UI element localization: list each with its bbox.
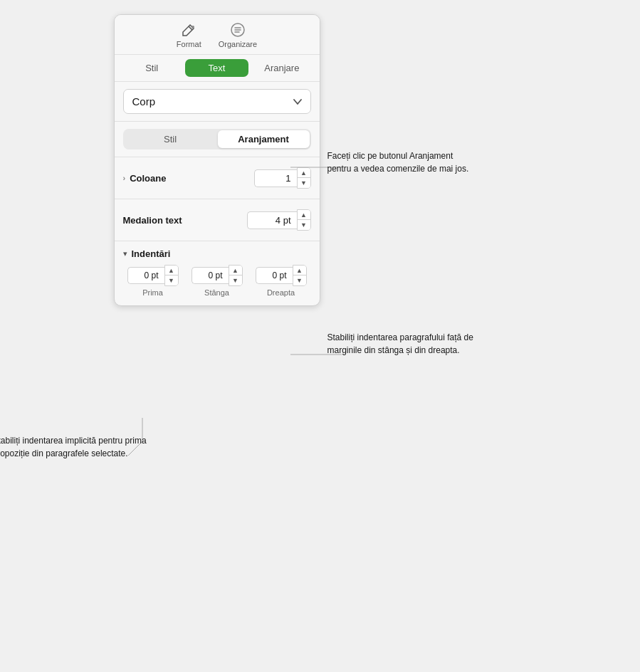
stanga-increment-btn[interactable]: ▲ <box>229 266 242 275</box>
style-dropdown[interactable]: Corp <box>123 89 311 114</box>
dreapta-stepper[interactable]: ▲ ▼ <box>256 265 307 286</box>
tab-stil[interactable]: Stil <box>120 59 184 77</box>
coloane-input[interactable] <box>254 169 297 187</box>
callout-indentare-right-text: Stabiliți indentarea paragrafului față d… <box>327 331 484 357</box>
style-dropdown-section: Corp <box>115 82 320 122</box>
medalion-stepper-buttons: ▲ ▼ <box>297 209 311 231</box>
format-label: Format <box>177 40 201 48</box>
medalion-stepper[interactable]: ▲ ▼ <box>247 209 311 231</box>
indent-dreapta-field: ▲ ▼ Dreapta <box>251 265 311 297</box>
dreapta-stepper-buttons: ▲ ▼ <box>293 265 307 286</box>
prima-stepper[interactable]: ▲ ▼ <box>127 265 179 286</box>
format-toolbar-item[interactable]: Format <box>177 22 201 48</box>
coloane-row: › Coloane ▲ ▼ <box>123 164 311 191</box>
medalion-row: Medalion text ▲ ▼ <box>123 206 311 233</box>
organizare-label: Organizare <box>219 40 257 48</box>
dreapta-increment-btn[interactable]: ▲ <box>293 266 306 275</box>
dreapta-label: Dreapta <box>267 288 295 297</box>
medalion-decrement-btn[interactable]: ▼ <box>298 220 310 230</box>
toolbar: Format Organizare <box>115 15 320 55</box>
coloane-stepper-buttons: ▲ ▼ <box>297 167 311 189</box>
coloane-decrement-btn[interactable]: ▼ <box>298 178 310 188</box>
tab-text[interactable]: Text <box>185 59 248 77</box>
prima-stepper-buttons: ▲ ▼ <box>164 265 179 286</box>
medalion-label: Medalion text <box>123 215 182 226</box>
sub-tab-aranjament[interactable]: Aranjament <box>218 130 310 148</box>
sub-tab-stil[interactable]: Stil <box>125 130 216 148</box>
indentari-inputs: ▲ ▼ Prima ▲ ▼ Stânga <box>123 265 311 297</box>
medalion-increment-btn[interactable]: ▲ <box>298 210 310 220</box>
indentari-chevron-icon: ▾ <box>123 249 127 258</box>
coloane-stepper[interactable]: ▲ ▼ <box>254 167 311 189</box>
indent-prima-field: ▲ ▼ Prima <box>123 265 183 297</box>
format-icon <box>181 22 196 38</box>
dreapta-input[interactable] <box>256 267 293 284</box>
prima-decrement-btn[interactable]: ▼ <box>165 275 178 285</box>
callout-indentare-bottom-text: Stabiliți indentarea implicită pentru pr… <box>0 434 164 460</box>
tab-aranjare[interactable]: Aranjare <box>250 59 313 77</box>
stanga-stepper[interactable]: ▲ ▼ <box>192 265 243 286</box>
coloane-section: › Coloane ▲ ▼ <box>115 157 320 199</box>
chevron-down-icon <box>293 99 302 105</box>
callout-indentare-right: Stabiliți indentarea paragrafului față d… <box>327 331 484 357</box>
sub-tab-section: Stil Aranjament <box>115 122 320 157</box>
indentari-section: ▾ Indentări ▲ ▼ Prima <box>115 241 320 305</box>
stanga-input[interactable] <box>192 267 229 284</box>
medalion-section: Medalion text ▲ ▼ <box>115 199 320 241</box>
stanga-decrement-btn[interactable]: ▼ <box>229 275 242 285</box>
prima-label: Prima <box>142 288 163 297</box>
coloane-increment-btn[interactable]: ▲ <box>298 168 310 178</box>
prima-increment-btn[interactable]: ▲ <box>165 266 178 275</box>
svg-point-1 <box>192 26 194 28</box>
callout-aranjament-text: Faceți clic pe butonul Aranjament pentru… <box>327 149 477 175</box>
dropdown-value: Corp <box>132 95 156 107</box>
stanga-stepper-buttons: ▲ ▼ <box>229 265 243 286</box>
organizare-toolbar-item[interactable]: Organizare <box>219 22 257 48</box>
dreapta-decrement-btn[interactable]: ▼ <box>293 275 306 285</box>
organizare-icon <box>230 22 246 38</box>
coloane-label: › Coloane <box>123 173 167 184</box>
indent-stanga-field: ▲ ▼ Stânga <box>187 265 247 297</box>
prima-input[interactable] <box>127 267 164 284</box>
sub-tab-bar: Stil Aranjament <box>123 129 311 149</box>
indentari-header: ▾ Indentări <box>123 248 311 259</box>
medalion-input[interactable] <box>247 211 297 229</box>
callout-aranjament: Faceți clic pe butonul Aranjament pentru… <box>327 149 477 175</box>
stanga-label: Stânga <box>204 288 229 297</box>
callout-indentare-bottom: Stabiliți indentarea implicită pentru pr… <box>0 434 164 460</box>
main-tab-bar: Stil Text Aranjare <box>115 55 320 82</box>
coloane-chevron-icon: › <box>123 174 126 182</box>
indentari-label: Indentări <box>132 248 171 259</box>
